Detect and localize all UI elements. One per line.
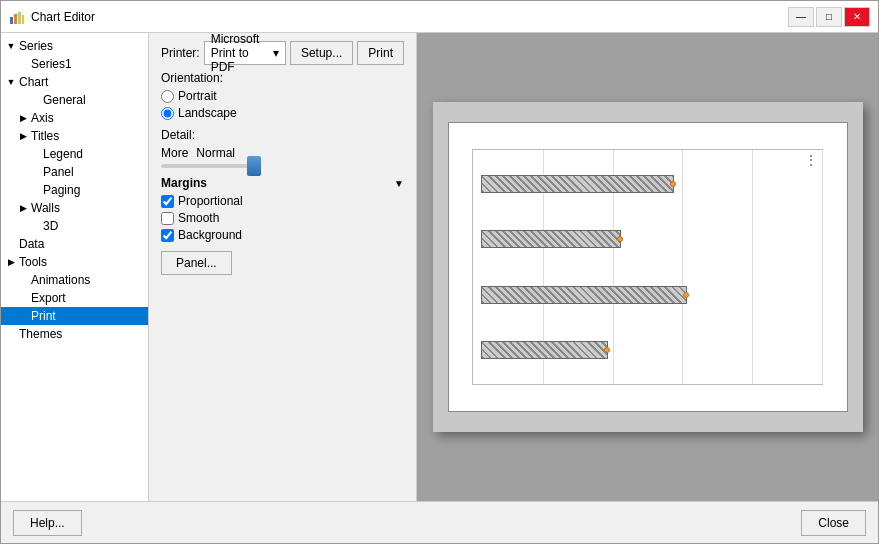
tree-toggle-titles[interactable]: ▶ <box>17 130 29 142</box>
smooth-label[interactable]: Smooth <box>178 211 219 225</box>
tree-item-3d[interactable]: 3D <box>1 217 148 235</box>
tree-label-walls: Walls <box>31 201 60 215</box>
close-window-button[interactable]: ✕ <box>844 7 870 27</box>
tree-toggle-axis[interactable]: ▶ <box>17 112 29 124</box>
tree-toggle-paging <box>29 184 41 196</box>
setup-button[interactable]: Setup... <box>290 41 353 65</box>
tree-item-series1[interactable]: Series1 <box>1 55 148 73</box>
margins-header[interactable]: Margins ▼ <box>161 176 404 190</box>
chart-preview: ⋮ <box>449 123 847 411</box>
bar-1 <box>481 175 674 193</box>
tree-item-themes[interactable]: Themes <box>1 325 148 343</box>
smooth-row: Smooth <box>161 211 404 225</box>
main-content: ▼SeriesSeries1▼ChartGeneral▶Axis▶TitlesL… <box>1 33 878 501</box>
slider-thumb[interactable] <box>247 156 261 176</box>
normal-label: Normal <box>196 146 235 160</box>
tree-toggle-general <box>29 94 41 106</box>
bar-row-3 <box>481 284 813 306</box>
tree-item-series[interactable]: ▼Series <box>1 37 148 55</box>
tree-item-tools[interactable]: ▶Tools <box>1 253 148 271</box>
printer-name: Microsoft Print to PDF <box>211 33 273 74</box>
margins-section: Margins ▼ Proportional Smooth <box>161 176 404 275</box>
tree-label-titles: Titles <box>31 129 59 143</box>
window-title: Chart Editor <box>31 10 95 24</box>
printer-label: Printer: <box>161 46 200 60</box>
background-label[interactable]: Background <box>178 228 242 242</box>
maximize-button[interactable]: □ <box>816 7 842 27</box>
minimize-button[interactable]: — <box>788 7 814 27</box>
margins-collapse-icon: ▼ <box>394 178 404 189</box>
title-bar-left: Chart Editor <box>9 9 95 25</box>
tree-label-panel: Panel <box>43 165 74 179</box>
orientation-section: Orientation: Portrait Landscape <box>161 71 404 120</box>
page-inner: ⋮ <box>448 122 848 412</box>
tree-item-axis[interactable]: ▶Axis <box>1 109 148 127</box>
tree-toggle-animations <box>17 274 29 286</box>
tree-item-legend[interactable]: Legend <box>1 145 148 163</box>
landscape-radio[interactable] <box>161 107 174 120</box>
tree-toggle-chart[interactable]: ▼ <box>5 76 17 88</box>
tree-toggle-series[interactable]: ▼ <box>5 40 17 52</box>
tree-toggle-themes <box>5 328 17 340</box>
tree-label-animations: Animations <box>31 273 90 287</box>
dropdown-arrow-icon: ▾ <box>273 46 279 60</box>
tree-label-3d: 3D <box>43 219 58 233</box>
tree-item-general[interactable]: General <box>1 91 148 109</box>
detail-section: Detail: More Normal <box>161 128 404 168</box>
tree-toggle-tools[interactable]: ▶ <box>5 256 17 268</box>
panel-button[interactable]: Panel... <box>161 251 232 275</box>
tree-label-series: Series <box>19 39 53 53</box>
bar-4 <box>481 341 607 359</box>
tree-toggle-panel <box>29 166 41 178</box>
tree-toggle-walls[interactable]: ▶ <box>17 202 29 214</box>
proportional-label[interactable]: Proportional <box>178 194 243 208</box>
tree-label-axis: Axis <box>31 111 54 125</box>
background-row: Background <box>161 228 404 242</box>
preview-area: ⋮ <box>417 33 878 501</box>
help-button[interactable]: Help... <box>13 510 82 536</box>
grid-line-5 <box>822 150 823 384</box>
background-checkbox[interactable] <box>161 229 174 242</box>
tree-item-walls[interactable]: ▶Walls <box>1 199 148 217</box>
smooth-checkbox[interactable] <box>161 212 174 225</box>
tree-item-data[interactable]: Data <box>1 235 148 253</box>
tree-label-paging: Paging <box>43 183 80 197</box>
right-panel: Printer: Microsoft Print to PDF ▾ Setup.… <box>149 33 878 501</box>
tree-toggle-export <box>17 292 29 304</box>
svg-rect-2 <box>18 12 21 24</box>
slider-track <box>161 164 261 168</box>
settings-panel: Printer: Microsoft Print to PDF ▾ Setup.… <box>149 33 417 501</box>
tree-label-themes: Themes <box>19 327 62 341</box>
bar-2 <box>481 230 621 248</box>
svg-rect-0 <box>10 17 13 24</box>
landscape-label[interactable]: Landscape <box>178 106 237 120</box>
portrait-radio[interactable] <box>161 90 174 103</box>
tree-toggle-data <box>5 238 17 250</box>
tree-item-animations[interactable]: Animations <box>1 271 148 289</box>
portrait-label[interactable]: Portrait <box>178 89 217 103</box>
detail-slider[interactable] <box>161 164 261 168</box>
printer-row: Printer: Microsoft Print to PDF ▾ Setup.… <box>161 41 404 65</box>
tree-item-export[interactable]: Export <box>1 289 148 307</box>
tree-item-print[interactable]: Print <box>1 307 148 325</box>
orientation-label: Orientation: <box>161 71 404 85</box>
tree-item-chart[interactable]: ▼Chart <box>1 73 148 91</box>
tree-label-general: General <box>43 93 86 107</box>
proportional-checkbox[interactable] <box>161 195 174 208</box>
printer-dropdown[interactable]: Microsoft Print to PDF ▾ <box>204 41 286 65</box>
print-button[interactable]: Print <box>357 41 404 65</box>
more-label: More <box>161 146 188 160</box>
page-container: ⋮ <box>433 102 863 432</box>
tree-toggle-legend <box>29 148 41 160</box>
tree-item-paging[interactable]: Paging <box>1 181 148 199</box>
data-point-4 <box>604 347 610 353</box>
tree-toggle-3d <box>29 220 41 232</box>
detail-labels: More Normal <box>161 146 404 160</box>
tree-item-panel[interactable]: Panel <box>1 163 148 181</box>
chart-menu-icon[interactable]: ⋮ <box>804 152 818 168</box>
svg-rect-3 <box>22 15 24 24</box>
data-point-2 <box>617 236 623 242</box>
tree-item-titles[interactable]: ▶Titles <box>1 127 148 145</box>
content-split: Printer: Microsoft Print to PDF ▾ Setup.… <box>149 33 878 501</box>
close-button[interactable]: Close <box>801 510 866 536</box>
